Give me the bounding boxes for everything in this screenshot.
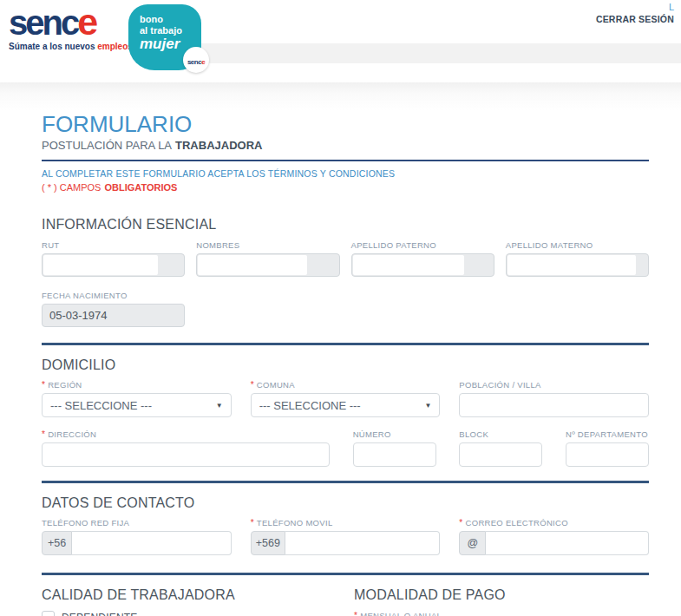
- block-label: BLOCK: [459, 429, 542, 439]
- domicilio-row-1: *REGIÓN --- SELECCIONE --- ▼ *COMUNA ---…: [42, 380, 649, 417]
- apellido-paterno-input-wrap: [351, 253, 494, 277]
- field-nombres: NOMBRES: [196, 240, 339, 277]
- apellido-materno-redaction: [507, 255, 637, 275]
- contacto-row: TELÉFONO RED FIJA +56 *TELÉFONO MOVIL +5…: [42, 518, 649, 555]
- required-asterisk: *: [42, 429, 45, 439]
- domicilio-row-2: *DIRECCIÓN NÚMERO BLOCK Nº DEPARTAMENTO: [42, 429, 649, 467]
- nombres-input-wrap: [196, 253, 339, 277]
- chevron-down-icon: ▼: [216, 402, 223, 410]
- dependiente-label: DEPENDIENTE: [62, 612, 138, 616]
- required-asterisk: *: [459, 518, 462, 528]
- direccion-input[interactable]: [42, 442, 330, 467]
- field-direccion: *DIRECCIÓN: [42, 429, 330, 467]
- field-rut: RUT: [42, 240, 185, 277]
- sence-seal-icon: sence: [183, 47, 209, 73]
- section-modalidad-title: MODALIDAD DE PAGO: [354, 587, 649, 603]
- section-domicilio-title: DOMICILIO: [42, 357, 649, 373]
- section-calidad-title: CALIDAD DE TRABAJADORA: [42, 587, 345, 603]
- nombres-redaction: [198, 255, 307, 275]
- dependiente-option[interactable]: DEPENDIENTE: [42, 611, 345, 616]
- field-correo: *CORREO ELECTRÓNICO @: [459, 518, 649, 555]
- section-divider-2: [42, 481, 649, 483]
- apellido-materno-input-wrap: [506, 253, 649, 277]
- field-fecha-nacimiento: FECHA NACIMIENTO: [42, 291, 185, 327]
- brand-e-swirl-icon: e: [77, 1, 97, 43]
- header-shadow: [0, 82, 681, 110]
- poblacion-input[interactable]: [459, 393, 649, 417]
- chevron-down-icon: ▼: [424, 402, 431, 410]
- at-sign-icon: @: [459, 531, 486, 555]
- section-contacto-title: DATOS DE CONTACTO: [42, 495, 649, 511]
- mensual-anual-label: *MENSUAL O ANUAL: [354, 611, 649, 616]
- field-telefono-movil: *TELÉFONO MOVIL +569: [251, 518, 441, 555]
- field-comuna: *COMUNA --- SELECCIONE --- ▼: [251, 380, 441, 417]
- departamento-input[interactable]: [566, 442, 649, 467]
- badge-line1: bono: [140, 14, 201, 25]
- telefono-movil-label: *TELÉFONO MOVIL: [251, 518, 441, 528]
- telefono-fijo-prefix: +56: [42, 531, 72, 555]
- user-session-box: L CERRAR SESIÓN: [596, 2, 674, 24]
- poblacion-label: POBLACIÓN / VILLA: [459, 380, 649, 390]
- bottom-row: CALIDAD DE TRABAJADORA DEPENDIENTE INDEP…: [42, 587, 649, 616]
- block-input[interactable]: [459, 442, 542, 467]
- region-select-value: --- SELECCIONE ---: [50, 399, 152, 412]
- terms-notice: AL COMPLETAR ESTE FORMULARIO ACEPTA LOS …: [42, 168, 649, 179]
- apellido-paterno-redaction: [353, 255, 465, 275]
- title-divider: [42, 160, 649, 161]
- comuna-select-value: --- SELECCIONE ---: [259, 399, 361, 412]
- form-content: FORMULARIO POSTULACIÓN PARA LATRABAJADOR…: [42, 113, 649, 616]
- comuna-label: *COMUNA: [251, 380, 441, 390]
- section-essential-title: INFORMACIÓN ESENCIAL: [42, 217, 649, 233]
- telefono-fijo-label: TELÉFONO RED FIJA: [42, 518, 232, 528]
- telefono-movil-group: +569: [251, 531, 441, 555]
- required-asterisk: *: [354, 611, 357, 616]
- telefono-fijo-input[interactable]: [72, 531, 232, 555]
- apellido-materno-label: APELLIDO MATERNO: [506, 240, 649, 250]
- sence-logo: sence Súmate a los nuevos empleos: [9, 3, 130, 51]
- correo-label: *CORREO ELECTRÓNICO: [459, 518, 649, 528]
- dependiente-checkbox[interactable]: [42, 611, 55, 616]
- birth-row: FECHA NACIMIENTO: [42, 291, 649, 327]
- bono-trabajo-mujer-badge: bono al trabajo mujer sence: [128, 4, 201, 70]
- fecha-nacimiento-input[interactable]: [42, 304, 185, 327]
- field-apellido-paterno: APELLIDO PATERNO: [351, 240, 494, 277]
- nombres-label: NOMBRES: [196, 240, 339, 250]
- section-divider-3: [42, 573, 649, 575]
- apellido-paterno-label: APELLIDO PATERNO: [351, 240, 494, 250]
- field-telefono-fijo: TELÉFONO RED FIJA +56: [42, 518, 232, 555]
- field-poblacion: POBLACIÓN / VILLA: [459, 380, 649, 417]
- page-subtitle: POSTULACIÓN PARA LATRABAJADORA: [42, 139, 649, 152]
- field-apellido-materno: APELLIDO MATERNO: [506, 240, 649, 277]
- region-label: *REGIÓN: [42, 380, 232, 390]
- correo-group: @: [459, 531, 649, 555]
- badge-line2: al trabajo: [140, 25, 201, 36]
- modalidad-section: MODALIDAD DE PAGO *MENSUAL O ANUAL --- S…: [354, 587, 649, 616]
- numero-label: NÚMERO: [353, 429, 436, 439]
- telefono-fijo-group: +56: [42, 531, 232, 555]
- header: sence Súmate a los nuevos empleos bono a…: [0, 0, 681, 82]
- comuna-select[interactable]: --- SELECCIONE --- ▼: [251, 393, 441, 417]
- correo-input[interactable]: [486, 531, 649, 555]
- required-asterisk: *: [42, 380, 45, 390]
- rut-label: RUT: [42, 240, 185, 250]
- sence-logo-text: sence: [9, 3, 130, 41]
- field-region: *REGIÓN --- SELECCIONE --- ▼: [42, 380, 232, 417]
- calidad-section: CALIDAD DE TRABAJADORA DEPENDIENTE INDEP…: [42, 587, 345, 616]
- telefono-movil-input[interactable]: [285, 531, 440, 555]
- telefono-movil-prefix: +569: [251, 531, 285, 555]
- header-navbar: [196, 43, 681, 63]
- departamento-label: Nº DEPARTAMENTO: [566, 429, 649, 439]
- rut-input-wrap: [42, 253, 185, 277]
- direccion-label: *DIRECCIÓN: [42, 429, 330, 439]
- required-fields-notice: ( * ) CAMPOSOBLIGATORIOS: [42, 182, 649, 193]
- rut-redaction: [43, 255, 158, 275]
- section-divider-1: [42, 343, 649, 345]
- user-initial-link[interactable]: L: [596, 2, 674, 12]
- logout-link[interactable]: CERRAR SESIÓN: [596, 14, 674, 24]
- required-asterisk: *: [251, 380, 254, 390]
- field-departamento: Nº DEPARTAMENTO: [566, 429, 649, 467]
- field-block: BLOCK: [459, 429, 542, 467]
- required-asterisk: *: [251, 518, 254, 528]
- numero-input[interactable]: [353, 442, 436, 467]
- region-select[interactable]: --- SELECCIONE --- ▼: [42, 393, 232, 417]
